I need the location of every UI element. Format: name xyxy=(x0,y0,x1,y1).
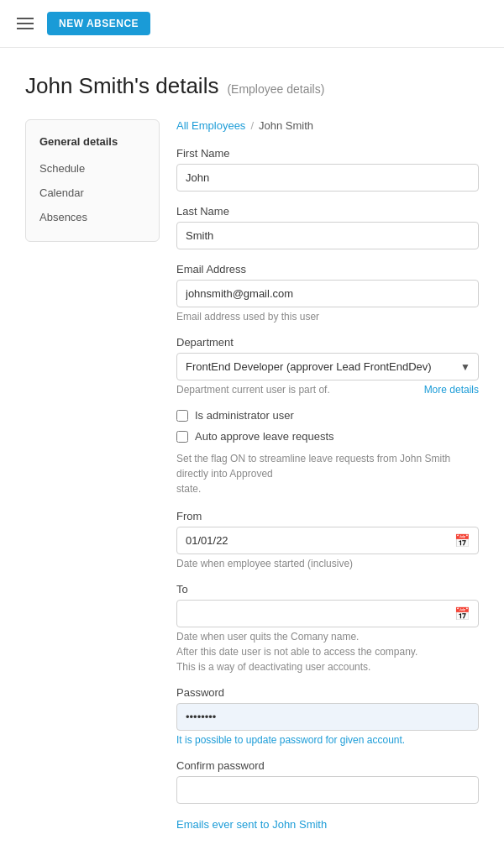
to-date-wrapper: 📅 xyxy=(176,600,479,627)
department-select[interactable]: FrontEnd Developer (approver Lead FrontE… xyxy=(176,353,479,380)
auto-approve-checkbox[interactable] xyxy=(176,431,188,443)
admin-checkbox-row: Is administrator user xyxy=(176,409,479,422)
to-label: To xyxy=(176,583,479,596)
breadcrumb: All Employees / John Smith xyxy=(176,119,479,132)
last-name-input[interactable] xyxy=(176,222,479,249)
breadcrumb-separator: / xyxy=(250,119,254,132)
sidebar-item-schedule[interactable]: Schedule xyxy=(26,156,159,181)
confirm-password-label: Confirm password xyxy=(176,759,479,772)
admin-label: Is administrator user xyxy=(195,409,294,422)
to-hint-3: This is a way of deactivating user accou… xyxy=(176,661,479,673)
from-hint: Date when employee started (inclusive) xyxy=(176,558,479,569)
from-label: From xyxy=(176,510,479,522)
first-name-label: First Name xyxy=(176,147,479,160)
new-absence-button[interactable]: NEW ABSENCE xyxy=(47,12,150,35)
sidebar: General details Schedule Calendar Absenc… xyxy=(25,119,160,242)
last-name-label: Last Name xyxy=(176,205,479,218)
header: NEW ABSENCE xyxy=(0,0,504,48)
department-label: Department xyxy=(176,336,479,349)
first-name-input[interactable] xyxy=(176,164,479,192)
breadcrumb-current: John Smith xyxy=(259,119,313,132)
to-hint-2: After this date user is not able to acce… xyxy=(176,646,479,658)
email-input[interactable] xyxy=(176,280,479,307)
department-hint-row: Department current user is part of. More… xyxy=(176,384,479,396)
to-date-input[interactable] xyxy=(176,600,479,627)
sidebar-item-absences[interactable]: Absences xyxy=(26,205,159,229)
from-date-input[interactable] xyxy=(176,527,479,554)
page-subtitle: (Employee details) xyxy=(227,82,324,96)
department-field-group: Department FrontEnd Developer (approver … xyxy=(176,336,479,396)
last-name-field-group: Last Name xyxy=(176,205,479,249)
confirm-password-field-group: Confirm password xyxy=(176,759,479,804)
from-field-group: From 📅 Date when employee started (inclu… xyxy=(176,510,479,569)
password-hint: It is possible to update password for gi… xyxy=(176,734,479,746)
password-input[interactable] xyxy=(176,703,479,731)
breadcrumb-all-employees[interactable]: All Employees xyxy=(176,119,245,132)
to-hint-1: Date when user quits the Comany name. xyxy=(176,631,479,643)
page-content: John Smith's details (Employee details) … xyxy=(0,48,504,850)
password-label: Password xyxy=(176,686,479,699)
page-title-row: John Smith's details (Employee details) xyxy=(25,73,479,99)
email-hint: Email address used by this user xyxy=(176,311,479,323)
admin-checkbox[interactable] xyxy=(176,410,188,422)
to-field-group: To 📅 Date when user quits the Comany nam… xyxy=(176,583,479,673)
from-date-wrapper: 📅 xyxy=(176,527,479,554)
auto-approve-checkbox-row: Auto approve leave requests xyxy=(176,430,479,443)
menu-icon[interactable] xyxy=(17,18,34,29)
form-area: All Employees / John Smith First Name La… xyxy=(176,119,479,850)
page-title: John Smith's details xyxy=(25,73,218,99)
emails-link[interactable]: Emails ever sent to John Smith xyxy=(176,818,327,831)
email-label: Email Address xyxy=(176,263,479,275)
department-hint: Department current user is part of. xyxy=(176,384,330,396)
sidebar-title: General details xyxy=(26,132,159,156)
main-layout: General details Schedule Calendar Absenc… xyxy=(25,119,479,850)
sidebar-item-calendar[interactable]: Calendar xyxy=(26,181,159,205)
email-field-group: Email Address Email address used by this… xyxy=(176,263,479,323)
first-name-field-group: First Name xyxy=(176,147,479,192)
department-select-wrapper: FrontEnd Developer (approver Lead FrontE… xyxy=(176,353,479,380)
more-details-link[interactable]: More details xyxy=(424,384,479,396)
auto-approve-label: Auto approve leave requests xyxy=(195,430,334,443)
password-field-group: Password It is possible to update passwo… xyxy=(176,686,479,746)
confirm-password-input[interactable] xyxy=(176,776,479,804)
auto-approve-hint: Set the flag ON to streamline leave requ… xyxy=(176,451,479,496)
